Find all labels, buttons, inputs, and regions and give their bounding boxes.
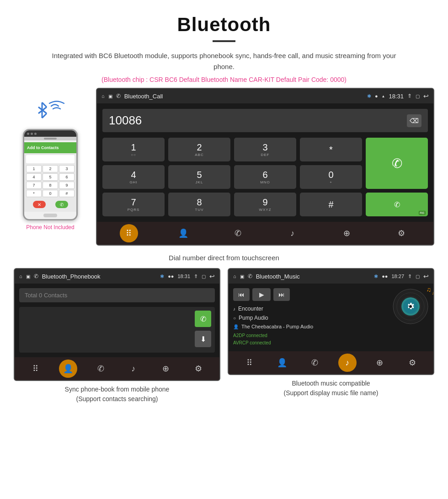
forward-btn[interactable]: ⏭ [273,288,290,301]
window-icon[interactable]: ▢ [416,94,420,99]
phone-key-hash[interactable]: # [59,190,75,197]
pb-home-icon[interactable]: ⌂ [19,274,22,279]
music-track-song: ♪ Encounter [233,306,388,312]
pb-nav-calls[interactable]: ✆ [91,359,110,378]
mu-window[interactable]: ▢ [416,274,420,279]
expand-icon[interactable]: ⇑ [407,93,412,99]
nav-keypad-btn[interactable]: ⠿ [120,224,138,242]
phone-key-9[interactable]: 9 [59,182,75,189]
dial-key-5[interactable]: 5 JKL [168,165,230,189]
mu-back[interactable]: ↩ [423,273,429,280]
mu-nav-link[interactable]: ⊕ [371,354,389,372]
dial-key-star[interactable]: * [300,138,362,161]
mu-home-icon[interactable]: ⌂ [233,274,236,279]
dial-key-2[interactable]: 2 ABC [168,138,230,161]
pb-expand[interactable]: ⇑ [194,274,198,279]
phonebook-caption: Sync phone-book from mobile phone(Suppor… [14,381,220,406]
phone-key-2[interactable]: 2 [43,165,58,172]
phone-key-1[interactable]: 1 [26,165,42,172]
dial-key-8[interactable]: 8 TUV [168,193,230,216]
page-title: Bluetooth [27,14,421,36]
phone-key-7[interactable]: 7 [26,182,42,189]
phone-key-star[interactable]: * [26,190,42,197]
mu-time: 18:27 [391,274,404,279]
music-album-name: Pump Audio [239,315,268,321]
mu-expand[interactable]: ⇑ [408,274,412,279]
music-track-artist: 👤 The Cheebacabra - Pump Audio [233,324,388,329]
pb-call-icon: ✆ [34,273,38,279]
mu-screenshot-icon: ▣ [240,274,244,279]
phone-call-btn[interactable]: ✆ [55,201,68,208]
mu-nav-settings[interactable]: ⚙ [403,354,421,372]
dial-key-4[interactable]: 4 GHI [102,165,165,189]
pb-nav-keypad[interactable]: ⠿ [27,359,45,378]
music-title: Bluetooth_Music [256,273,371,280]
phone-end-btn[interactable]: ✕ [33,201,46,208]
play-btn[interactable]: ▶ [252,288,271,301]
call-button[interactable]: ✆ [366,138,428,189]
phone-key-5[interactable]: 5 [43,173,58,181]
pb-nav-music[interactable]: ♪ [124,359,143,378]
mu-nav-contacts[interactable]: 👤 [273,354,291,372]
re-label: RE [419,211,426,215]
dial-key-9[interactable]: 9 WXYZ [234,193,296,216]
phone-home-button[interactable] [43,214,57,217]
mu-nav-calls[interactable]: ✆ [305,354,324,372]
car-dial-screen: ⌂ ▣ ✆ Bluetooth_Call ✱ ● ▲ 18:31 ⇑ ▢ ↩ 1… [96,88,434,246]
contacts-search-field[interactable]: Total 0 Contacts [19,288,215,302]
rewind-btn[interactable]: ⏮ [233,288,250,301]
call-contact-btn[interactable]: ✆ [195,311,211,327]
music-person-icon: 👤 [233,324,239,329]
dial-key-1[interactable]: 1 ○○ [102,138,165,161]
phone-keypad: 1 2 3 4 5 6 7 8 9 * 0 # [26,165,75,197]
nav-link-btn[interactable]: ⊕ [338,224,356,242]
pb-nav-settings[interactable]: ⚙ [189,359,208,378]
home-icon[interactable]: ⌂ [101,93,105,99]
phonebook-screen: ⌂ ▣ ✆ Bluetooth_Phonebook ✱ ●● 18:31 ⇑ ▢… [14,268,220,381]
phone-key-3[interactable]: 3 [59,165,75,172]
music-info-panel: ⏮ ▶ ⏭ ♪ Encounter ○ Pump Audio [233,288,388,347]
pb-back[interactable]: ↩ [209,273,215,280]
download-contact-btn[interactable]: ⬇ [195,331,211,347]
phonebook-content: Total 0 Contacts ✆ ⬇ [15,284,219,357]
dial-key-0[interactable]: 0 + [300,165,362,189]
bluetooth-specs: (Bluetooth chip : CSR BC6 Default Blueto… [27,76,421,83]
car-bottom-nav-dial: ⠿ 👤 ✆ ♪ ⊕ ⚙ [97,222,433,245]
nav-music-btn[interactable]: ♪ [283,224,302,242]
page-description: Integrated with BC6 Bluetooth module, su… [46,50,402,72]
phone-add-contacts-bar: Add to Contacts [24,142,76,153]
recall-button[interactable]: ✆ RE [366,193,428,216]
phonebook-screen-wrap: ⌂ ▣ ✆ Bluetooth_Phonebook ✱ ●● 18:31 ⇑ ▢… [14,268,220,406]
phone-key-8[interactable]: 8 [43,182,58,189]
delete-button[interactable]: ⌫ [407,114,421,127]
phone-key-6[interactable]: 6 [59,173,75,181]
pb-signal: ●● [168,274,174,279]
back-icon[interactable]: ↩ [423,92,429,100]
dial-screen-title: Bluetooth_Call [124,93,363,100]
nav-settings-btn[interactable]: ⚙ [392,224,411,242]
svg-point-12 [409,305,412,308]
phone-key-0[interactable]: 0 [43,190,58,197]
mu-bt-icon: ✱ [374,274,378,279]
pb-nav-link[interactable]: ⊕ [157,359,175,378]
nav-contacts-btn[interactable]: 👤 [174,224,192,242]
dial-key-3[interactable]: 3 DEF [234,138,296,161]
mu-nav-music[interactable]: ♪ [338,354,357,372]
title-divider [213,40,235,42]
mu-nav-keypad[interactable]: ⠿ [240,354,259,372]
nav-calls-btn[interactable]: ✆ [229,224,247,242]
phone-key-4[interactable]: 4 [26,173,42,181]
pb-bt-icon: ✱ [160,274,164,279]
dial-key-7[interactable]: 7 PQRS [102,193,165,216]
bottom-screens: ⌂ ▣ ✆ Bluetooth_Phonebook ✱ ●● 18:31 ⇑ ▢… [0,268,448,406]
phone-signal-dot [27,133,29,135]
dialpad-input: 10086 ⌫ [102,109,428,132]
pb-window[interactable]: ▢ [202,274,206,279]
pb-nav-contacts[interactable]: 👤 [59,359,77,378]
mu-call-icon: ✆ [248,273,252,279]
phone-illustration: Add to Contacts 1 2 3 4 5 6 7 8 9 * 0 # [14,88,87,231]
contacts-list-area: ✆ ⬇ [19,307,215,353]
dial-key-6[interactable]: 6 MNO [234,165,296,189]
dial-key-hash[interactable]: # [300,193,362,216]
dialpad-section: 10086 ⌫ 1 ○○ 2 ABC 3 DEF [97,103,433,222]
